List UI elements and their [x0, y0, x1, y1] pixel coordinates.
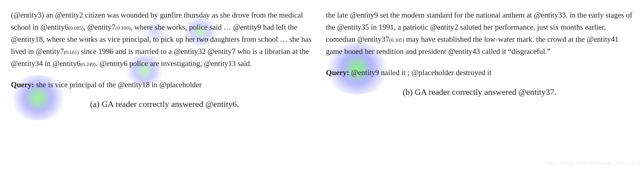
attention-score: (0.085): [69, 25, 84, 31]
attention-score: (0.161): [64, 49, 79, 55]
query-label: Query:: [326, 68, 349, 77]
query-label: Query:: [11, 81, 34, 89]
left-query: Query: she is vice principal of the @ent…: [11, 79, 318, 91]
query-text: @entity9 nailed it ; @placeholder destro…: [349, 68, 491, 77]
passage-text: . @entity6 police are investigating, @en…: [96, 59, 252, 68]
right-panel: the late @entity9 set the modern standar…: [326, 9, 633, 111]
left-passage: (@entity3) an @entity2 citizen was wound…: [11, 9, 318, 70]
passage-text: , @entity7: [83, 23, 115, 31]
right-caption: (b) GA reader correctly answered @entity…: [326, 85, 633, 99]
left-panel: (@entity3) an @entity2 citizen was wound…: [11, 9, 318, 111]
figure-columns: (@entity3) an @entity2 citizen was wound…: [11, 9, 633, 111]
query-text: she is vice principal of the @entity18 i…: [34, 81, 202, 89]
right-passage: the late @entity9 set the modern standar…: [326, 9, 633, 58]
attention-score: (0.100): [115, 25, 130, 31]
attention-score: (0.249): [80, 61, 96, 67]
right-query: Query: @entity9 nailed it ; @placeholder…: [326, 67, 633, 79]
attention-score: (0.305): [389, 37, 404, 43]
left-caption: (a) GA reader correctly answered @entity…: [11, 98, 318, 111]
